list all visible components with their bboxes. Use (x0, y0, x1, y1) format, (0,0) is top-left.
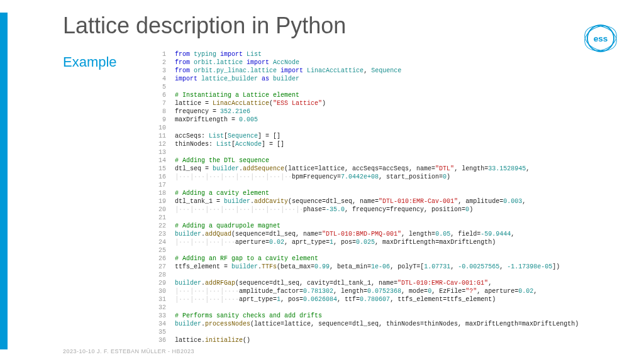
code-line: 30│···│···│···│····amplitude_factor=0.78… (151, 287, 635, 295)
line-number: 26 (151, 255, 166, 263)
line-number: 27 (151, 263, 166, 271)
code-line: 20│···│···│···│···│···│···│···│···│·phas… (151, 206, 635, 214)
code-line: 13 (151, 148, 635, 156)
line-number: 6 (151, 91, 166, 99)
line-number: 18 (151, 189, 166, 197)
line-number: 32 (151, 304, 166, 312)
line-number: 8 (151, 107, 166, 116)
line-number: 1 (151, 50, 166, 58)
code-line: 32 (151, 304, 635, 312)
code-line: 36lattice.initialize() (151, 336, 635, 344)
code-line: 5 (151, 83, 635, 91)
code-line: 14# Adding the DTL sequence (151, 156, 635, 165)
code-line: 3from orbit.py_linac.lattice import Lina… (151, 67, 635, 75)
code-line: 12thinNodes: List[AccNode] = [] (151, 140, 635, 148)
line-number: 34 (151, 320, 166, 328)
line-number: 2 (151, 58, 166, 67)
line-number: 36 (151, 336, 166, 344)
page-title: Lattice description in Python (63, 13, 346, 39)
code-line: 15dtl_seq = builder.addSequence(lattice=… (151, 165, 635, 173)
code-line: 10 (151, 124, 635, 132)
code-line: 24│···│···│···│···aperture=0.02, aprt_ty… (151, 238, 635, 246)
code-line: 29builder.addRFGap(sequence=dtl_seq, cav… (151, 279, 635, 287)
code-line: 7lattice = LinacAccLattice("ESS Lattice"… (151, 99, 635, 107)
line-number: 35 (151, 328, 166, 336)
code-line: 31│···│···│···│····aprt_type=1, pos=0.06… (151, 295, 635, 304)
code-line: 22# Adding a quadrupole magnet (151, 222, 635, 230)
line-number: 7 (151, 99, 166, 107)
code-line: 11accSeqs: List[Sequence] = [] (151, 132, 635, 140)
code-line: 28 (151, 271, 635, 279)
line-number: 4 (151, 75, 166, 83)
line-number: 23 (151, 230, 166, 238)
code-line: 18# Adding a cavity element (151, 189, 635, 197)
code-line: 35 (151, 328, 635, 336)
footer-meta: 2023-10-10 J. F. ESTEBAN MÜLLER - HB2023 (63, 348, 194, 354)
code-line: 19dtl_tank_1 = builder.addCavity(sequenc… (151, 197, 635, 206)
line-number: 12 (151, 140, 166, 148)
line-number: 16 (151, 173, 166, 181)
code-line: 33# Performs sanity checks and add drift… (151, 312, 635, 320)
line-number: 21 (151, 214, 166, 222)
code-listing: 1from typing import List2from orbit.latt… (151, 50, 635, 344)
line-number: 11 (151, 132, 166, 140)
code-line: 23builder.addQuad(sequence=dtl_seq, name… (151, 230, 635, 238)
line-number: 15 (151, 165, 166, 173)
line-number: 5 (151, 83, 166, 91)
code-line: 9maxDriftLength = 0.005 (151, 116, 635, 124)
line-number: 9 (151, 116, 166, 124)
line-number: 17 (151, 181, 166, 189)
code-line: 16│···│···│···│···│···│···│···│··bpmFreq… (151, 173, 635, 181)
line-number: 3 (151, 67, 166, 75)
line-number: 33 (151, 312, 166, 320)
code-line: 2from orbit.lattice import AccNode (151, 58, 635, 67)
code-line: 34builder.processNodes(lattice=lattice, … (151, 320, 635, 328)
code-line: 21 (151, 214, 635, 222)
line-number: 31 (151, 295, 166, 304)
accent-bar (0, 13, 8, 349)
code-line: 17 (151, 181, 635, 189)
line-number: 28 (151, 271, 166, 279)
code-line: 4import lattice_builder as builder (151, 75, 635, 83)
example-label: Example (63, 54, 117, 70)
line-number: 14 (151, 156, 166, 165)
line-number: 22 (151, 222, 166, 230)
code-line: 8frequency = 352.21e6 (151, 107, 635, 116)
line-number: 25 (151, 246, 166, 255)
line-number: 24 (151, 238, 166, 246)
code-line: 6# Instantiating a Lattice element (151, 91, 635, 99)
line-number: 19 (151, 197, 166, 206)
code-line: 27ttfs_element = builder.TTFs(beta_max=0… (151, 263, 635, 271)
line-number: 20 (151, 206, 166, 214)
svg-text:ess: ess (594, 34, 608, 43)
line-number: 13 (151, 148, 166, 156)
code-line: 26# Adding an RF gap to a cavity element (151, 255, 635, 263)
line-number: 29 (151, 279, 166, 287)
line-number: 10 (151, 124, 166, 132)
line-number: 30 (151, 287, 166, 295)
code-line: 1from typing import List (151, 50, 635, 58)
code-line: 25 (151, 246, 635, 255)
